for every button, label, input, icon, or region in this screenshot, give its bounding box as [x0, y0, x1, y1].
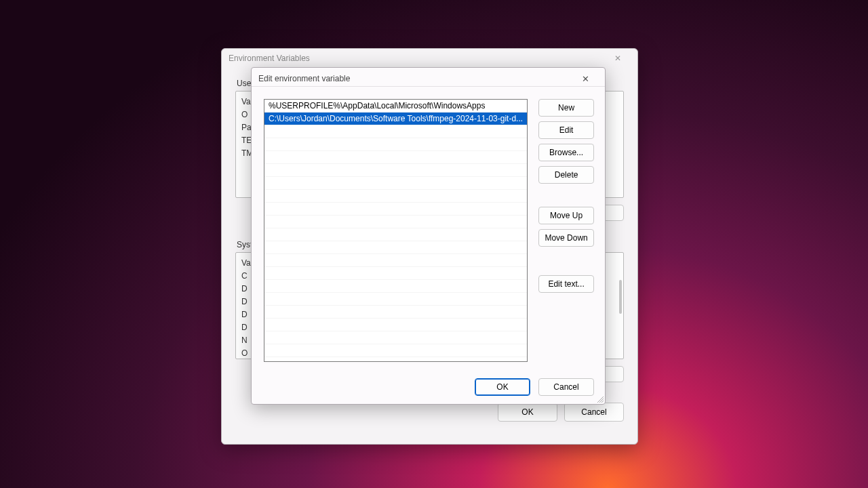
scrollbar-thumb[interactable]: [619, 280, 622, 314]
path-entry[interactable]: [264, 241, 527, 254]
path-entry[interactable]: [264, 228, 527, 241]
path-entry[interactable]: %USERPROFILE%\AppData\Local\Microsoft\Wi…: [264, 100, 527, 113]
path-listbox[interactable]: %USERPROFILE%\AppData\Local\Microsoft\Wi…: [264, 99, 528, 362]
edit-text-button[interactable]: Edit text...: [538, 275, 594, 293]
parent-title: Environment Variables: [229, 54, 310, 63]
edit-button[interactable]: Edit: [538, 121, 594, 139]
child-title: Edit environment variable: [258, 74, 350, 83]
delete-button[interactable]: Delete: [538, 166, 594, 184]
path-entry[interactable]: C:\Users\Jordan\Documents\Software Tools…: [264, 113, 527, 125]
move-down-button[interactable]: Move Down: [538, 229, 594, 247]
path-entry[interactable]: [264, 151, 527, 164]
new-button[interactable]: New: [538, 99, 594, 117]
close-icon: ✕: [582, 74, 589, 84]
path-entry[interactable]: [264, 125, 527, 138]
child-ok-button[interactable]: OK: [475, 378, 530, 396]
path-entry[interactable]: [264, 331, 527, 344]
path-entry[interactable]: [264, 293, 527, 306]
child-footer: OK Cancel: [475, 378, 594, 396]
path-entry[interactable]: [264, 203, 527, 216]
parent-ok-button[interactable]: OK: [498, 403, 557, 422]
parent-close-button[interactable]: ✕: [605, 51, 631, 66]
path-entry[interactable]: [264, 216, 527, 228]
path-entry[interactable]: [264, 344, 527, 357]
path-entry[interactable]: [264, 254, 527, 267]
browse-button[interactable]: Browse...: [538, 144, 594, 161]
side-button-column: New Edit Browse... Delete Move Up Move D…: [538, 99, 594, 362]
move-up-button[interactable]: Move Up: [538, 207, 594, 224]
path-entry[interactable]: [264, 319, 527, 331]
parent-titlebar: Environment Variables ✕: [222, 49, 637, 68]
child-cancel-button[interactable]: Cancel: [538, 378, 594, 396]
path-entry[interactable]: [264, 164, 527, 177]
child-close-button[interactable]: ✕: [572, 71, 598, 86]
close-icon: ✕: [614, 54, 621, 63]
path-entry[interactable]: [264, 177, 527, 190]
path-entry[interactable]: [264, 280, 527, 293]
path-entry[interactable]: [264, 190, 527, 203]
parent-cancel-button[interactable]: Cancel: [564, 403, 624, 422]
resize-grip-icon[interactable]: [595, 394, 604, 403]
edit-environment-variable-dialog: Edit environment variable ✕ %USERPROFILE…: [251, 67, 606, 405]
child-titlebar: Edit environment variable ✕: [252, 68, 605, 87]
path-entry[interactable]: [264, 306, 527, 319]
path-entry[interactable]: [264, 138, 527, 151]
path-entry[interactable]: [264, 267, 527, 280]
